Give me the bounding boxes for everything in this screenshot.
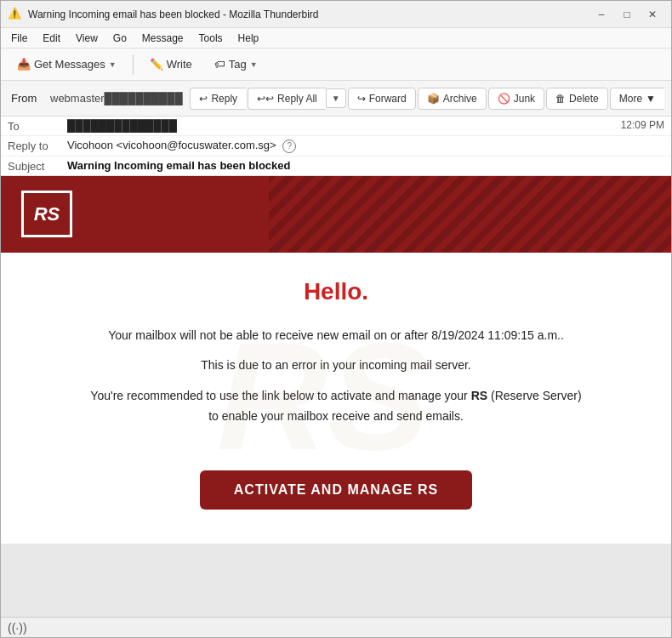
body-text-p3a: You're recommended to use the link below… [90,389,467,402]
delete-button[interactable]: 🗑 Delete [546,88,608,110]
toolbar-separator [133,54,134,75]
rs-logo: RS [21,191,72,237]
email-text-body: RS Hello. Your mailbox will not be able … [1,253,671,544]
get-messages-button[interactable]: 📥 Get Messages ▼ [8,54,126,75]
reply-label: Reply [211,93,237,105]
tag-icon: 🏷 [214,58,225,71]
reply-to-label: Reply to [8,139,67,152]
email-body: RS RS Hello. Your mailbox will not be ab… [1,176,671,618]
reply-button[interactable]: ↩ Reply [190,88,246,110]
subject-row: Subject Warning Incoming email has been … [1,157,671,175]
main-window: ⚠️ Warning Incoming email has been block… [0,0,672,638]
reply-all-label: Reply All [277,93,317,105]
main-toolbar: 📥 Get Messages ▼ ✏️ Write 🏷 Tag ▼ [1,48,671,81]
write-label: Write [167,58,192,71]
junk-label: Junk [514,93,535,105]
menu-bar: File Edit View Go Message Tools Help [1,28,671,48]
reply-all-button-group: ↩↩ Reply All ▼ [248,88,346,110]
reply-to-value: Vicohoon <vicohoon@focuswater.com.sg> ? [67,139,664,153]
forward-label: Forward [369,93,407,105]
reserve-server-label: (Reserve Server) [491,389,582,402]
reply-icon: ↩ [199,93,208,105]
get-messages-label: Get Messages [34,58,105,71]
email-time: 12:09 PM [621,119,664,131]
tag-label: Tag [229,58,247,71]
status-bar: ((·)) [1,617,671,637]
archive-button[interactable]: 📦 Archive [418,88,487,110]
reply-button-group: ↩ Reply [190,88,246,110]
menu-tools[interactable]: Tools [192,31,230,46]
delete-label: Delete [569,93,599,105]
reply-all-button[interactable]: ↩↩ Reply All [248,88,326,110]
reply-all-caret-button[interactable]: ▼ [326,88,346,108]
reply-to-info-icon[interactable]: ? [282,140,296,153]
rs-brand-header: RS [1,176,671,253]
menu-go[interactable]: Go [106,31,134,46]
junk-icon: 🚫 [498,93,510,105]
hello-heading: Hello. [52,278,620,305]
body-paragraph-1: Your mailbox will not be able to receive… [52,326,620,346]
more-button[interactable]: More ▼ [610,88,664,110]
minimize-button[interactable]: – [589,5,613,24]
tag-caret-icon: ▼ [250,60,258,69]
email-headers: To ██████████████ 12:09 PM Reply to Vico… [1,117,671,176]
body-text-p3b: to enable your mailbox receive and send … [208,409,464,423]
menu-message[interactable]: Message [135,31,191,46]
reply-to-row: Reply to Vicohoon <vicohoon@focuswater.c… [1,136,671,157]
junk-button[interactable]: 🚫 Junk [488,88,544,110]
maximize-button[interactable]: □ [615,5,639,24]
body-paragraph-3: You're recommended to use the link below… [52,386,620,427]
title-bar: ⚠️ Warning Incoming email has been block… [1,1,671,28]
to-row: To ██████████████ 12:09 PM [1,117,671,136]
get-messages-icon: 📥 [17,58,31,71]
to-value: ██████████████ [67,119,621,132]
tag-button[interactable]: 🏷 Tag ▼ [205,54,267,75]
app-icon: ⚠️ [8,7,23,22]
email-content: RS RS Hello. Your mailbox will not be ab… [1,176,671,544]
activate-manage-button[interactable]: Activate and Manage RS [200,470,472,510]
more-button-group: More ▼ [610,88,664,110]
subject-value: Warning Incoming email has been blocked [67,159,664,172]
reply-all-icon: ↩↩ [257,93,274,105]
menu-view[interactable]: View [69,31,105,46]
menu-file[interactable]: File [4,31,34,46]
from-value: webmaster██████████ [50,92,190,105]
more-label: More [619,93,642,105]
delete-icon: 🗑 [555,93,566,105]
window-title: Warning Incoming email has been blocked … [28,9,589,20]
menu-help[interactable]: Help [231,31,266,46]
write-icon: ✏️ [150,58,163,71]
archive-label: Archive [443,93,477,105]
from-label: From [8,92,50,105]
close-button[interactable]: ✕ [641,5,664,24]
archive-icon: 📦 [427,93,440,105]
get-messages-caret-icon: ▼ [109,60,117,69]
to-label: To [8,119,67,133]
more-caret-icon: ▼ [646,93,656,105]
subject-label: Subject [8,159,67,173]
forward-button[interactable]: ↪ Forward [348,88,416,110]
forward-icon: ↪ [357,93,366,105]
window-controls: – □ ✕ [589,5,664,24]
rs-bold-label: RS [471,389,487,402]
action-bar: From webmaster██████████ ↩ Reply ↩↩ Repl… [1,81,671,117]
rs-header-background [269,176,671,253]
action-buttons: ↩ Reply ↩↩ Reply All ▼ ↪ Forward 📦 Archi… [190,88,664,110]
body-paragraph-2: This is due to an error in your incoming… [52,356,620,376]
status-icon: ((·)) [8,621,27,635]
menu-edit[interactable]: Edit [36,31,67,46]
write-button[interactable]: ✏️ Write [140,54,202,75]
